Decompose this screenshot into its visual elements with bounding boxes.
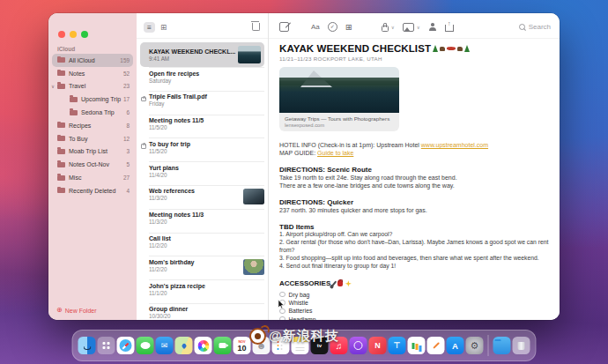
- chevron-down-icon[interactable]: ∨: [51, 84, 56, 89]
- folder-icon: [57, 123, 65, 128]
- list-toolbar: ≡ ⊞: [137, 13, 268, 39]
- sidebar-item-to-buy[interactable]: To Buy 12: [48, 132, 137, 145]
- checkbox-circle[interactable]: [279, 292, 285, 298]
- trash-icon[interactable]: [252, 23, 260, 31]
- note-list-item-selected[interactable]: KAYAK WEEKEND CHECKL... 9:41 AM: [140, 42, 264, 67]
- dock-mail-icon[interactable]: ✉: [156, 337, 174, 354]
- section-heading: DIRECTIONS: Scenic Route: [279, 166, 551, 174]
- dock-settings-icon[interactable]: ⚙: [466, 337, 484, 354]
- chevron-down-icon[interactable]: ∨: [391, 25, 395, 30]
- checklist-icon[interactable]: [328, 22, 337, 32]
- preview-source: lensexposed.com: [285, 123, 394, 128]
- sidebar-item-label: To Buy: [69, 136, 87, 142]
- tree-icon: [433, 45, 438, 52]
- note-content-column: Aa ⊞ ∨ ∨ Search KAYAK WEEKEND CHECKLIST: [269, 13, 560, 320]
- dock-maps-icon[interactable]: [175, 337, 193, 354]
- body-text: 237 north. 30 minutes quicker and more s…: [279, 206, 551, 214]
- note-body[interactable]: KAYAK WEEKEND CHECKLIST 11/21–11/23 ROCK…: [269, 39, 560, 320]
- sidebar-item-upcoming-trip[interactable]: Upcoming Trip 17: [48, 93, 137, 106]
- dock-messages-icon[interactable]: [137, 337, 154, 354]
- new-folder-button[interactable]: ⊕ New Folder: [56, 307, 97, 314]
- body-text: There are a few one-lane bridges and cut…: [279, 182, 551, 189]
- checklist-item[interactable]: Dry bag: [279, 290, 551, 298]
- note-list-item[interactable]: To buy for trip 11/5/20: [137, 137, 268, 161]
- note-list-item[interactable]: Call list 11/2/20: [137, 233, 268, 256]
- note-list-item[interactable]: Meeting notes 11/3 11/3/20: [137, 209, 268, 233]
- hotel-link[interactable]: www.upstreamhotel.com: [421, 142, 488, 148]
- zoom-button[interactable]: [81, 31, 88, 38]
- note-count: 27: [123, 175, 130, 181]
- folder-icon: [70, 110, 78, 115]
- checklist-item[interactable]: Batteries: [279, 307, 551, 315]
- list-view-button[interactable]: ≡: [144, 22, 155, 33]
- table-icon[interactable]: ⊞: [345, 22, 352, 32]
- sidebar-item-moab-trip-list[interactable]: Moab Trip List 3: [48, 145, 137, 159]
- dock-trash-icon[interactable]: [513, 337, 530, 354]
- dock-facetime-icon[interactable]: [214, 337, 232, 354]
- note-title: KAYAK WEEKEND CHECKLIST: [279, 43, 431, 54]
- paddle-icon: [331, 280, 337, 286]
- sidebar-item-misc[interactable]: Misc 27: [48, 171, 137, 184]
- note-list-item[interactable]: Yurt plans 11/4/20: [137, 161, 268, 185]
- close-button[interactable]: [58, 31, 65, 38]
- section-heading: DIRECTIONS: Quicker: [279, 198, 551, 206]
- sidebar-item-recipes[interactable]: Recipes 8: [48, 119, 137, 132]
- dock-photos-icon[interactable]: [195, 337, 212, 354]
- note-list-item[interactable]: Open fire recipes Saturday: [137, 67, 268, 91]
- sidebar-item-notes-oct-nov[interactable]: Notes Oct-Nov 5: [48, 158, 137, 171]
- dock-safari-icon[interactable]: [117, 337, 135, 354]
- sidebar-item-label: Moab Trip List: [69, 148, 108, 154]
- dock-podcasts-icon[interactable]: [350, 337, 367, 354]
- note-count: 4: [126, 188, 130, 194]
- note-list-item[interactable]: Triple Falls Trail.pdf Friday: [137, 91, 268, 115]
- folder-icon: [57, 57, 65, 63]
- tbd-item: 2. Gear rental (for those who don't have…: [279, 239, 551, 255]
- sidebar-item-travel[interactable]: ∨ Travel 23: [48, 80, 137, 93]
- checklist-item[interactable]: Headlamp: [279, 315, 551, 320]
- note-list-item[interactable]: Mom's birthday 11/2/20: [137, 256, 268, 279]
- note-list-item[interactable]: Group dinner 10/30/20: [137, 303, 268, 320]
- dock-launchpad-icon[interactable]: [98, 337, 115, 354]
- note-list-item[interactable]: John's pizza recipe 11/1/20: [137, 279, 268, 303]
- dock-appstore-icon[interactable]: A: [447, 337, 464, 354]
- notes-list-column: ≡ ⊞ KAYAK WEEKEND CHECKL... 9:41 AM Open…: [137, 13, 269, 320]
- sidebar-item-label: All iCloud: [69, 57, 95, 63]
- sidebar-section-label: iCloud: [57, 46, 137, 52]
- folder-icon: [57, 71, 65, 76]
- sidebar-item-notes[interactable]: Notes 52: [48, 67, 137, 80]
- watermark-text: @新浪科技: [269, 328, 339, 345]
- note-thumbnail-person: [243, 259, 264, 275]
- dock-numbers-icon[interactable]: [408, 337, 426, 354]
- link-preview-card[interactable]: Getaway Trips — Tours with Photographers…: [279, 67, 399, 131]
- boot-icon: [440, 47, 445, 51]
- sidebar-item-recently-deleted[interactable]: Recently Deleted 4: [48, 184, 137, 197]
- new-note-icon[interactable]: [279, 22, 289, 32]
- note-count: 23: [123, 83, 130, 89]
- note-count: 12: [123, 136, 130, 142]
- format-button[interactable]: Aa: [311, 23, 320, 31]
- note-list-item[interactable]: Web references 11/3/20: [137, 185, 268, 209]
- add-people-icon[interactable]: [428, 23, 437, 31]
- dock-pages-icon[interactable]: [427, 337, 445, 354]
- sidebar-item-all-icloud[interactable]: All iCloud 159: [52, 54, 133, 67]
- minimize-button[interactable]: [70, 31, 77, 38]
- map-link[interactable]: Guide to lake: [317, 150, 353, 156]
- dock-keynote-icon[interactable]: ⊤: [389, 337, 406, 354]
- note-list-item[interactable]: Meeting notes 11/5 11/5/20: [137, 115, 268, 138]
- search-field[interactable]: Search: [519, 23, 551, 31]
- plus-circle-icon: ⊕: [56, 307, 63, 314]
- dock-calendar-icon[interactable]: NOV 10: [234, 337, 251, 354]
- gallery-view-button[interactable]: ⊞: [160, 23, 167, 32]
- checkbox-circle[interactable]: [279, 316, 285, 320]
- lock-icon[interactable]: [382, 26, 389, 32]
- boot-icon: [457, 47, 463, 51]
- share-icon[interactable]: [445, 25, 454, 32]
- sidebar-item-sedona-trip[interactable]: Sedona Trip 6: [48, 106, 137, 119]
- folder-icon: [57, 188, 65, 193]
- dock-downloads-icon[interactable]: [493, 337, 511, 354]
- chevron-down-icon[interactable]: ∨: [417, 25, 420, 30]
- checklist-item[interactable]: Whistle: [279, 299, 551, 307]
- dock-finder-icon[interactable]: [78, 337, 96, 354]
- dock-news-icon[interactable]: N: [369, 337, 387, 354]
- media-icon[interactable]: [403, 23, 414, 32]
